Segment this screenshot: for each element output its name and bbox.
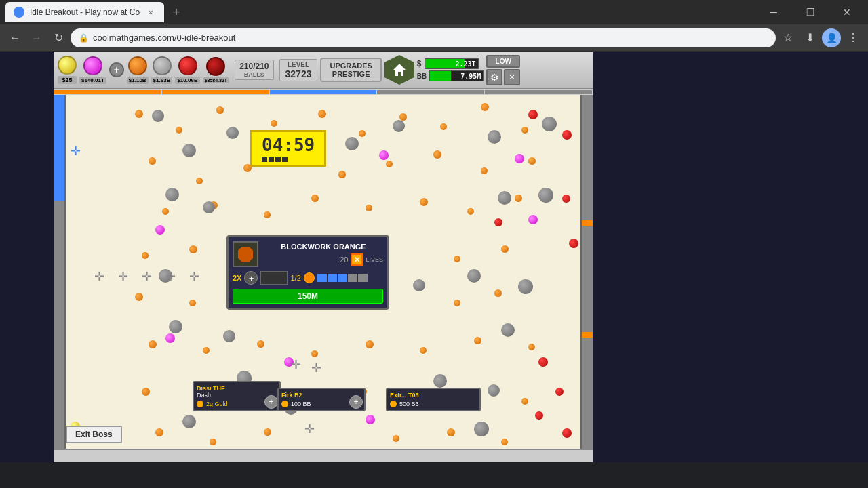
- crosshair-11: ✛: [304, 422, 315, 436]
- crosshair-9: ✛: [311, 361, 321, 375]
- ball-orange-icon: [128, 56, 147, 75]
- ball-orange-39: [257, 340, 264, 348]
- ball-red-5: [494, 218, 502, 226]
- ball-red-6: [538, 357, 548, 367]
- ball-slot-6[interactable]: $3584.32T: [203, 57, 229, 83]
- browser-tab[interactable]: Idle Breakout - Play now at Co ✕: [5, 2, 164, 22]
- crosshair-5: ✛: [165, 269, 176, 284]
- ball-orange-33: [135, 293, 143, 301]
- forward-button[interactable]: →: [27, 28, 46, 47]
- lives-count: 20: [340, 256, 348, 264]
- money-panel: $ 2.23T BB 7.95M: [417, 58, 484, 81]
- downloads-button[interactable]: ⬇: [800, 28, 819, 47]
- address-bar[interactable]: 🔒 coolmathgames.com/0-idle-breakout: [71, 28, 776, 47]
- window-controls: ─ ❐ ✕: [758, 3, 863, 22]
- ball-red-3: [562, 195, 570, 203]
- bottom-bar: [54, 449, 593, 462]
- bb-label: BB: [417, 73, 427, 80]
- block-octagon-icon: [238, 247, 253, 262]
- shop-1-add-button[interactable]: +: [264, 395, 278, 409]
- lives-label: LIVES: [366, 256, 383, 263]
- ball-slot-3[interactable]: $1.10B: [127, 56, 149, 84]
- ball-orange-31: [501, 245, 509, 253]
- dmg-seg-1: [317, 274, 327, 282]
- ball-orange-24: [366, 205, 372, 211]
- shop-popup-2: Firk B2 100 BB +: [277, 388, 366, 411]
- ball-gray-13: [413, 279, 425, 291]
- bookmark-button[interactable]: ☆: [778, 28, 797, 47]
- ball-orange-6: [359, 130, 366, 137]
- crosshair-2: ✛: [94, 269, 104, 284]
- tab-close-button[interactable]: ✕: [145, 7, 156, 18]
- ball-gray-6: [488, 130, 501, 144]
- ball-orange-15: [338, 171, 346, 178]
- ball-orange-42: [420, 347, 427, 354]
- ball-slot-5[interactable]: $10.06B: [175, 56, 199, 84]
- ball-slot-4[interactable]: $1.63B: [151, 56, 173, 84]
- close-button[interactable]: ✕: [831, 3, 863, 22]
- maximize-button[interactable]: ❐: [795, 3, 826, 22]
- dollar-icon: $: [417, 59, 422, 68]
- mult-plus-button[interactable]: +: [244, 271, 258, 285]
- mute-button[interactable]: ✕: [504, 69, 520, 85]
- ball-1-cost: $25: [58, 76, 77, 84]
- quality-button[interactable]: LOW: [486, 55, 520, 68]
- ball-pink-11: [366, 415, 375, 424]
- shop-1-title: Dissi THF: [197, 385, 277, 392]
- ball-orange-52: [521, 398, 528, 405]
- refresh-button[interactable]: ↻: [49, 28, 68, 47]
- back-button[interactable]: ←: [5, 28, 24, 47]
- ball-slot-1[interactable]: $25: [58, 56, 77, 84]
- damage-bar: [317, 274, 368, 282]
- exit-boss-button[interactable]: Exit Boss: [66, 426, 122, 443]
- ball-orange-2: [176, 127, 182, 134]
- prog-seg-5: [485, 90, 592, 94]
- ball-gray-7: [542, 117, 557, 131]
- left-sidebar: [54, 89, 66, 462]
- prestige-label: PRESTIGE: [332, 70, 370, 78]
- menu-button[interactable]: ⋮: [844, 28, 863, 47]
- game-play-area[interactable]: 04:59 BLOCKWORK ORANGE 20 ✕ LIVE: [54, 89, 593, 462]
- ball-orange-29: [189, 245, 197, 253]
- block-name: BLOCKWORK ORANGE: [264, 243, 383, 251]
- lock-icon: 🔒: [79, 33, 89, 43]
- ball-mini-icon: [304, 272, 315, 283]
- svg-marker-0: [393, 64, 406, 76]
- timer-display: 04:59: [250, 130, 326, 167]
- ball-orange-36: [454, 300, 460, 306]
- ball-orange-43: [474, 337, 481, 344]
- ball-3-cost: $1.10B: [127, 77, 149, 84]
- url-text: coolmathgames.com/0-idle-breakout: [93, 33, 768, 43]
- balls-count: 210/210: [239, 62, 269, 71]
- new-tab-button[interactable]: +: [167, 3, 186, 22]
- ball-gray-2: [182, 144, 196, 157]
- balls-label: BALLS: [244, 71, 264, 78]
- chevron-icon: [392, 62, 407, 77]
- settings-panel: LOW ⚙ ✕: [486, 55, 520, 85]
- upgrades-prestige-button[interactable]: UPGRADES PRESTIGE: [320, 58, 381, 82]
- minimize-button[interactable]: ─: [758, 3, 789, 22]
- shop-3-title: Extr... T05: [390, 392, 477, 399]
- dmg-seg-5: [358, 274, 368, 282]
- timer-value: 04:59: [262, 135, 315, 155]
- ball-orange-55: [264, 428, 271, 436]
- crosshair-1: ✛: [71, 144, 81, 159]
- ball-orange-21: [210, 201, 218, 209]
- ball-pink-6: [165, 333, 175, 343]
- top-progress-bar: [54, 89, 593, 95]
- ball-gray-9: [203, 201, 215, 214]
- ball-orange-26: [467, 208, 474, 215]
- money-bar: 2.23T: [425, 58, 479, 69]
- user-avatar[interactable]: 👤: [822, 28, 841, 47]
- shop-2-add-button[interactable]: +: [349, 395, 363, 409]
- ball-darkred-icon: [206, 57, 225, 76]
- settings-button[interactable]: ⚙: [486, 69, 502, 85]
- ball-slot-2[interactable]: $140.01T: [79, 56, 106, 84]
- ball-orange-4: [271, 120, 277, 127]
- ball-gray-icon: [153, 56, 172, 75]
- level-box: LEVEL 32723: [279, 59, 318, 81]
- ball-gray-18: [501, 323, 515, 337]
- ball-orange-34: [189, 300, 196, 306]
- prog-seg-1: [54, 90, 161, 94]
- add-ball-button[interactable]: +: [109, 62, 124, 77]
